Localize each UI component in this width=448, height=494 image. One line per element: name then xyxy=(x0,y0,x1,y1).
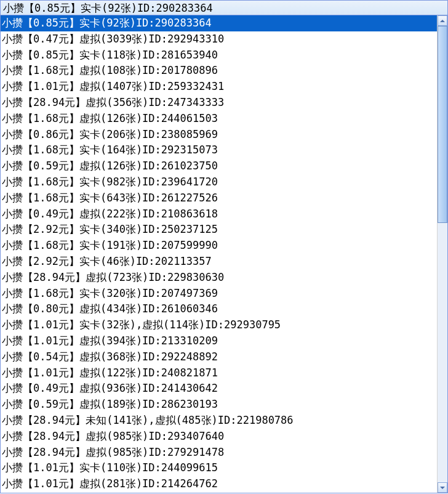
dropdown-list: 小攒【0.85元】实卡(92张)ID:290283364小攒【0.47元】虚拟(… xyxy=(1,15,447,493)
list-item[interactable]: 小攒【28.94元】未知(141张),虚拟(485张)ID:221980786 xyxy=(1,413,437,429)
list-item[interactable]: 小攒【0.80元】虚拟(434张)ID:261060346 xyxy=(1,301,437,317)
list-item[interactable]: 小攒【0.59元】虚拟(189张)ID:286230193 xyxy=(1,397,437,413)
list-content: 小攒【0.85元】实卡(92张)ID:290283364小攒【0.47元】虚拟(… xyxy=(1,15,437,493)
list-item[interactable]: 小攒【28.94元】虚拟(985张)ID:293407640 xyxy=(1,429,437,445)
list-item[interactable]: 小攒【0.85元】实卡(92张)ID:290283364 xyxy=(1,15,437,31)
list-item[interactable]: 小攒【2.92元】实卡(46张)ID:202113357 xyxy=(1,254,437,270)
list-item[interactable]: 小攒【28.94元】虚拟(723张)ID:229830630 xyxy=(1,270,437,286)
list-item[interactable]: 小攒【1.68元】虚拟(126张)ID:244061503 xyxy=(1,111,437,127)
list-item[interactable]: 小攒【28.94元】虚拟(356张)ID:247343333 xyxy=(1,95,437,111)
chevron-up-icon xyxy=(440,19,445,23)
list-item[interactable]: 小攒【0.85元】实卡(118张)ID:281653940 xyxy=(1,47,437,63)
list-item[interactable]: 小攒【0.49元】虚拟(936张)ID:241430642 xyxy=(1,381,437,397)
list-item[interactable]: 小攒【1.68元】实卡(982张)ID:239641720 xyxy=(1,174,437,190)
list-item[interactable]: 小攒【1.68元】实卡(643张)ID:261227526 xyxy=(1,190,437,206)
list-item[interactable]: 小攒【1.01元】虚拟(1407张)ID:259332431 xyxy=(1,79,437,95)
list-item[interactable]: 小攒【1.01元】虚拟(394张)ID:213310209 xyxy=(1,333,437,349)
scroll-up-button[interactable] xyxy=(438,15,447,26)
list-item[interactable]: 小攒【1.01元】虚拟(122张)ID:240821871 xyxy=(1,365,437,381)
list-item[interactable]: 小攒【0.54元】虚拟(368张)ID:292248892 xyxy=(1,349,437,365)
list-item[interactable]: 小攒【1.68元】实卡(164张)ID:292315073 xyxy=(1,142,437,158)
list-item[interactable]: 小攒【1.68元】实卡(191张)ID:207599990 xyxy=(1,238,437,254)
scroll-thumb[interactable] xyxy=(438,26,447,223)
combo-box[interactable]: 小攒【0.85元】实卡(92张)ID:290283364 小攒【0.85元】实卡… xyxy=(0,0,448,493)
combo-selected-display[interactable]: 小攒【0.85元】实卡(92张)ID:290283364 xyxy=(1,1,447,15)
list-item[interactable]: 小攒【1.01元】虚拟(281张)ID:214264762 xyxy=(1,476,437,492)
scroll-down-button[interactable] xyxy=(438,482,447,493)
list-item[interactable]: 小攒【1.01元】实卡(32张),虚拟(114张)ID:292930795 xyxy=(1,317,437,333)
vertical-scrollbar[interactable] xyxy=(437,15,447,493)
list-item[interactable]: 小攒【0.49元】虚拟(222张)ID:210863618 xyxy=(1,206,437,222)
list-item[interactable]: 小攒【0.86元】实卡(206张)ID:238085969 xyxy=(1,127,437,143)
chevron-down-icon xyxy=(440,486,445,490)
list-item[interactable]: 小攒【28.94元】虚拟(985张)ID:279291478 xyxy=(1,445,437,461)
list-item[interactable]: 小攒【1.68元】虚拟(108张)ID:201780896 xyxy=(1,63,437,79)
list-item[interactable]: 小攒【2.92元】实卡(340张)ID:250237125 xyxy=(1,222,437,238)
list-item[interactable]: 小攒【0.47元】虚拟(3039张)ID:292943310 xyxy=(1,31,437,47)
list-item[interactable]: 小攒【0.59元】虚拟(126张)ID:261023750 xyxy=(1,158,437,174)
scroll-track[interactable] xyxy=(438,26,447,482)
list-item[interactable]: 小攒【1.68元】实卡(320张)ID:207497369 xyxy=(1,286,437,302)
list-item[interactable]: 小攒【1.01元】实卡(110张)ID:244099615 xyxy=(1,460,437,476)
